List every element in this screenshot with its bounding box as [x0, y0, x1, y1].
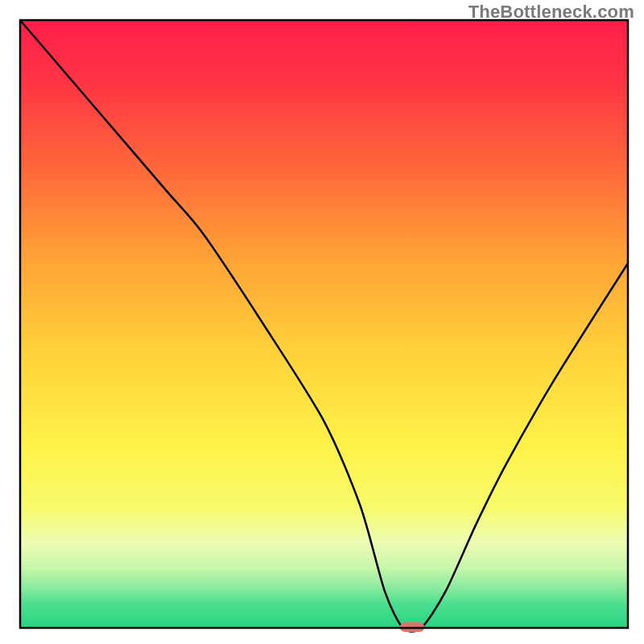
chart-container: TheBottleneck.com: [0, 0, 644, 644]
plot-background: [20, 20, 628, 628]
watermark-text: TheBottleneck.com: [469, 2, 634, 23]
bottleneck-chart: [0, 0, 644, 644]
